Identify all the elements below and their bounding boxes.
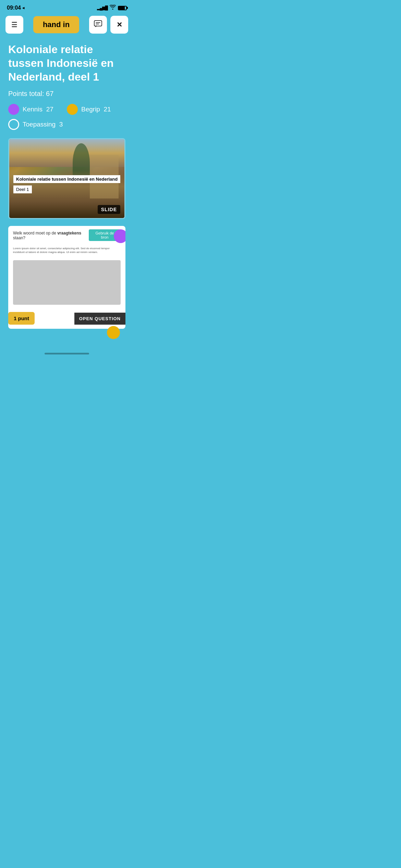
bottom-area <box>8 336 125 339</box>
status-time: 09:04 ◂ <box>7 5 24 11</box>
chat-icon <box>94 20 102 29</box>
slide-badge: SLIDE <box>98 205 120 214</box>
image-placeholder <box>13 260 121 305</box>
status-bar: 09:04 ◂ ▂▄▆█ <box>0 0 134 13</box>
kennis-dot <box>8 104 19 115</box>
begrip-label: Begrip 21 <box>81 106 111 113</box>
home-indicator <box>45 353 89 354</box>
quiz-title: Koloniale relatie tussen Indonesië en Ne… <box>8 43 125 84</box>
question-post: staan? <box>13 236 25 240</box>
toolbar: ☰ hand in ✕ <box>0 13 134 39</box>
toepassing-dot <box>8 119 19 130</box>
question-card: Welk woord moet op de vraagtekens staan?… <box>8 226 125 329</box>
begrip-dot <box>67 104 78 115</box>
menu-icon: ☰ <box>11 21 17 29</box>
yellow-dot-bottom <box>107 326 120 339</box>
question-text: Welk woord moet op de vraagtekens staan? <box>13 231 89 240</box>
question-bold: vraagtekens <box>57 231 81 236</box>
category-begrip: Begrip 21 <box>67 104 125 115</box>
card-footer: 1 punt OPEN QUESTION <box>8 310 125 325</box>
wifi-icon <box>110 5 116 11</box>
categories-section: Kennis 27 Begrip 21 Toepassing 3 <box>8 104 125 130</box>
purple-dot-indicator <box>114 229 125 243</box>
menu-button[interactable]: ☰ <box>5 16 23 34</box>
status-icons: ▂▄▆█ <box>97 5 127 11</box>
signal-icon: ▂▄▆█ <box>97 5 108 10</box>
location-icon: ◂ <box>22 5 24 10</box>
kennis-label: Kennis 27 <box>23 106 53 113</box>
slide-card[interactable]: Koloniale relatie tussen Indonesië en Ne… <box>8 138 125 219</box>
slide-image: Koloniale relatie tussen Indonesië en Ne… <box>9 139 124 218</box>
hand-in-button[interactable]: hand in <box>33 16 79 33</box>
question-card-inner: Welk woord moet op de vraagtekens staan?… <box>8 226 125 257</box>
svg-rect-0 <box>94 21 102 26</box>
main-content: Koloniale relatie tussen Indonesië en Ne… <box>0 39 134 346</box>
close-icon: ✕ <box>117 21 122 29</box>
slide-caption-sub: Deel 1 <box>13 185 32 193</box>
category-toepassing: Toepassing 3 <box>8 119 125 130</box>
close-button[interactable]: ✕ <box>110 16 128 34</box>
points-total: Points total: 67 <box>8 90 125 98</box>
battery-icon <box>118 6 127 10</box>
chat-button[interactable] <box>89 16 107 34</box>
question-pre: Welk woord moet op de <box>13 231 57 236</box>
time-display: 09:04 <box>7 5 21 11</box>
slide-caption-main: Koloniale relatie tussen Indonesië en Ne… <box>13 175 120 183</box>
punt-badge: 1 punt <box>8 312 35 325</box>
open-question-badge: OPEN QUESTION <box>74 313 125 325</box>
category-kennis: Kennis 27 <box>8 104 67 115</box>
toepassing-label: Toepassing 3 <box>23 121 63 128</box>
source-text: Lorem ipsum dolor sit amet, consectetur … <box>13 246 121 257</box>
